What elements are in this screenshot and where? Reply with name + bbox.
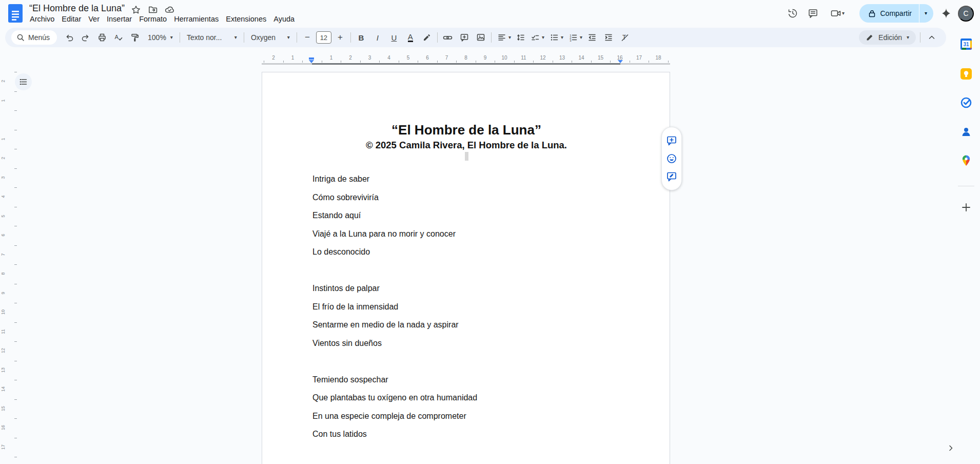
menu-item[interactable]: Extensiones <box>222 13 270 25</box>
highlight-color-icon[interactable] <box>420 30 434 45</box>
bold-button[interactable]: B <box>354 30 368 45</box>
ruler-tick <box>14 110 17 111</box>
suggest-edits-icon[interactable] <box>665 170 678 183</box>
poem-line[interactable]: Temiendo sospechar <box>312 371 631 389</box>
paragraph-style-select[interactable]: Texto nor... ▾ <box>183 30 241 45</box>
comments-icon[interactable] <box>803 3 824 24</box>
ruler-number: 16 <box>1 424 6 431</box>
font-size-input[interactable] <box>316 31 331 44</box>
document-heading[interactable]: “El Hombre de la Luna” <box>262 122 671 138</box>
contacts-icon[interactable] <box>960 126 972 138</box>
docs-logo-icon[interactable] <box>8 4 23 23</box>
menu-item[interactable]: Herramientas <box>170 13 222 25</box>
menu-item[interactable]: Ayuda <box>270 13 298 25</box>
poem-line[interactable]: Viajé a la Luna para no morir y conocer <box>312 225 631 243</box>
ruler-number: 1 <box>1 136 6 142</box>
poem-line[interactable]: Sentarme en medio de la nada y aspirar <box>312 316 631 334</box>
poem-line[interactable]: Que plantabas tu oxígeno en otra humanid… <box>312 389 631 407</box>
left-indent-marker[interactable] <box>309 57 314 63</box>
poem-line[interactable]: Lo desconocido <box>312 243 631 261</box>
checklist-icon[interactable]: ▾ <box>528 30 547 45</box>
align-icon[interactable]: ▾ <box>495 30 514 45</box>
calendar-icon[interactable]: 31 <box>960 38 972 50</box>
decrease-indent-icon[interactable] <box>585 30 599 45</box>
poem-line[interactable]: Intriga de saber <box>312 170 631 188</box>
ruler-tick <box>341 61 341 63</box>
increase-indent-icon[interactable] <box>601 30 616 45</box>
document-outline-icon[interactable] <box>15 73 32 90</box>
emoji-reaction-icon[interactable] <box>665 152 678 165</box>
numbered-list-caret-icon: ▾ <box>580 35 582 40</box>
poem-line[interactable]: En una especie compleja de comprometer <box>312 407 631 426</box>
poem-line[interactable] <box>312 261 631 280</box>
video-call-icon[interactable]: ▾ <box>824 3 852 24</box>
poem-line[interactable]: Con tus latidos <box>312 425 631 443</box>
share-options-caret[interactable]: ▾ <box>919 4 933 23</box>
document-title[interactable]: “El Hombre de la Luna” <box>29 3 125 14</box>
menu-item[interactable]: Formato <box>135 13 170 25</box>
clear-formatting-icon[interactable]: T <box>618 30 632 45</box>
collapse-toolbar-icon[interactable] <box>925 30 939 45</box>
ruler-tick <box>14 72 17 72</box>
menu-item[interactable]: Archivo <box>26 13 58 25</box>
add-comment-icon[interactable] <box>665 134 678 147</box>
toolbar-divider <box>491 32 492 43</box>
font-family-select[interactable]: Oxygen ▾ <box>247 30 293 45</box>
document-byline[interactable]: © 2025 Camila Rivera, El Hombre de la Lu… <box>262 140 671 151</box>
font-family-value: Oxygen <box>251 33 276 42</box>
poem-line[interactable]: Vientos sin dueños <box>312 334 631 353</box>
poem-line[interactable] <box>312 352 631 371</box>
insert-image-icon[interactable] <box>474 30 488 45</box>
gemini-sparkle-icon[interactable] <box>938 3 954 24</box>
increase-font-size-button[interactable]: + <box>333 30 347 45</box>
menu-item[interactable]: Insertar <box>103 13 135 25</box>
ruler-number: 16 <box>617 55 622 61</box>
show-side-panel-icon[interactable] <box>946 443 956 454</box>
ruler-tick <box>264 61 264 63</box>
menu-item[interactable]: Editar <box>58 13 85 25</box>
menu-item[interactable]: Ver <box>85 13 103 25</box>
numbered-list-icon[interactable]: 123 ▾ <box>566 30 585 45</box>
ruler-number: 9 <box>484 55 487 61</box>
header: “El Hombre de la Luna” ArchivoEditarVerI… <box>0 0 980 27</box>
poem-line[interactable]: El frío de la inmensidad <box>312 298 631 316</box>
poem-line[interactable]: Estando aquí <box>312 206 631 225</box>
add-comment-icon[interactable] <box>457 30 472 45</box>
ruler-tick <box>14 264 17 265</box>
ruler-tick <box>14 438 17 438</box>
poem-line[interactable]: Instintos de palpar <box>312 279 631 298</box>
search-menus-button[interactable]: Menús <box>11 30 57 45</box>
tasks-icon[interactable] <box>960 96 972 109</box>
undo-icon[interactable] <box>62 30 76 45</box>
decrease-font-size-button[interactable]: − <box>300 30 315 45</box>
svg-text:31: 31 <box>963 42 969 47</box>
poem-line[interactable]: Cómo sobreviviría <box>312 188 631 207</box>
underline-button[interactable]: U <box>387 30 401 45</box>
horizontal-ruler[interactable]: 21123456789101112131415161718 <box>0 53 980 65</box>
keep-icon[interactable] <box>960 68 972 80</box>
italic-button[interactable]: I <box>370 30 385 45</box>
link-icon[interactable] <box>441 30 455 45</box>
version-history-icon[interactable] <box>782 3 803 24</box>
ruler-number: 15 <box>598 55 603 61</box>
zoom-select[interactable]: 100% ▾ <box>144 30 177 45</box>
share-button[interactable]: Compartir <box>859 4 919 23</box>
get-addons-icon[interactable] <box>960 201 972 214</box>
ruler-text-area-strip <box>312 63 620 65</box>
line-spacing-icon[interactable] <box>514 30 528 45</box>
document-page[interactable]: “El Hombre de la Luna” © 2025 Camila Riv… <box>262 72 670 464</box>
redo-icon[interactable] <box>79 30 93 45</box>
text-color-button[interactable]: A <box>403 30 418 45</box>
spellcheck-icon[interactable]: A <box>111 30 126 45</box>
bulleted-list-icon[interactable]: ▾ <box>547 30 566 45</box>
ruler-number: 13 <box>1 367 6 373</box>
maps-icon[interactable] <box>960 154 972 167</box>
vertical-ruler[interactable]: 211234567891011121314151617 <box>0 65 21 464</box>
paint-format-icon[interactable] <box>128 30 142 45</box>
ruler-tick <box>418 61 418 63</box>
ruler-tick <box>14 457 17 457</box>
account-avatar[interactable]: C <box>958 6 974 22</box>
editing-mode-button[interactable]: Edición ▾ <box>859 30 916 45</box>
print-icon[interactable] <box>95 30 109 45</box>
ruler-tick <box>476 61 476 63</box>
